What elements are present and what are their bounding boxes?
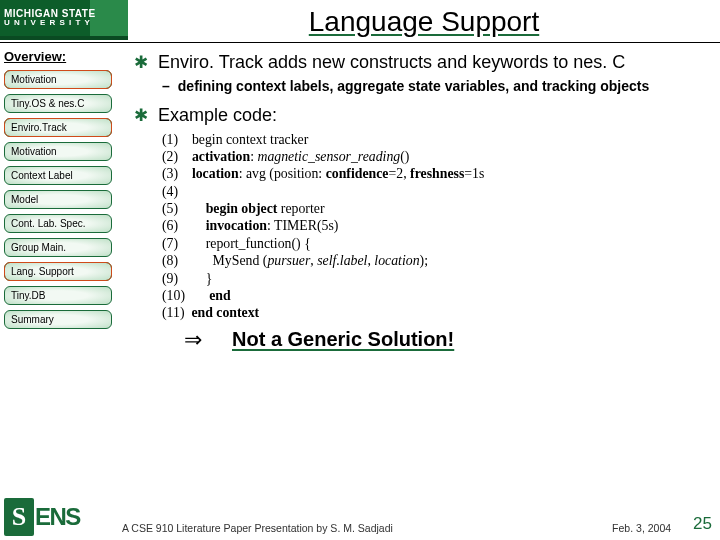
ens-text: ENS — [35, 503, 80, 531]
msu-logo: MICHIGAN STATE U N I V E R S I T Y — [0, 0, 128, 40]
sub-bullet-1: defining context labels, aggregate state… — [178, 78, 649, 96]
sidebar-item-7[interactable]: Group Main. — [4, 238, 112, 257]
code-line: (7) report_function() { — [162, 235, 532, 252]
sidebar-item-9[interactable]: Tiny.DB — [4, 286, 112, 305]
implies-icon: ⇒ — [184, 326, 202, 354]
conclusion-text: Not a Generic Solution! — [232, 327, 454, 352]
slide-title: Language Support — [128, 0, 720, 42]
sidebar-heading: Overview: — [4, 49, 122, 64]
code-line: (5) begin object reporter — [162, 200, 532, 217]
code-line: (11) end context — [162, 304, 532, 321]
code-example: (1) begin context tracker (2) activation… — [162, 131, 532, 322]
code-line: (3) location: avg (position: confidence=… — [162, 165, 532, 182]
slide-header: MICHIGAN STATE U N I V E R S I T Y Langu… — [0, 0, 720, 43]
bullet-icon: ✱ — [134, 52, 148, 74]
code-line: (9) } — [162, 270, 532, 287]
code-line: (6) invocation: TIMER(5s) — [162, 217, 532, 234]
code-line: (10) end — [162, 287, 532, 304]
dash-icon: – — [162, 78, 170, 96]
bullet-2: Example code: — [158, 104, 277, 127]
sidebar-item-6[interactable]: Cont. Lab. Spec. — [4, 214, 112, 233]
sidebar-item-4[interactable]: Context Label — [4, 166, 112, 185]
code-line: (1) begin context tracker — [162, 131, 532, 148]
sidebar-item-5[interactable]: Model — [4, 190, 112, 209]
slide-footer: S ENS A CSE 910 Literature Paper Present… — [0, 497, 720, 537]
logo-line2: U N I V E R S I T Y — [4, 19, 128, 28]
page-number: 25 — [693, 514, 712, 537]
bullet-icon: ✱ — [134, 105, 148, 127]
slide-content: ✱ Enviro. Track adds new constructs and … — [128, 43, 720, 511]
code-line: (8) MySend (pursuer, self.label, locatio… — [162, 252, 532, 269]
sens-logo: S ENS — [4, 497, 116, 537]
sidebar-item-8[interactable]: Lang. Support — [4, 262, 112, 281]
sidebar-item-2[interactable]: Enviro.Track — [4, 118, 112, 137]
sidebar-item-3[interactable]: Motivation — [4, 142, 112, 161]
sidebar-nav: Overview: MotivationTiny.OS & nes.CEnvir… — [0, 43, 128, 511]
footer-date: Feb. 3, 2004 — [612, 522, 671, 537]
sidebar-item-1[interactable]: Tiny.OS & nes.C — [4, 94, 112, 113]
code-line: (4) — [162, 183, 532, 200]
bullet-1: Enviro. Track adds new constructs and ke… — [158, 51, 625, 74]
code-line: (2) activation: magnetic_sensor_reading(… — [162, 148, 532, 165]
sidebar-item-0[interactable]: Motivation — [4, 70, 112, 89]
s-badge: S — [4, 498, 34, 536]
footer-text: A CSE 910 Literature Paper Presentation … — [116, 522, 612, 537]
sidebar-item-10[interactable]: Summary — [4, 310, 112, 329]
